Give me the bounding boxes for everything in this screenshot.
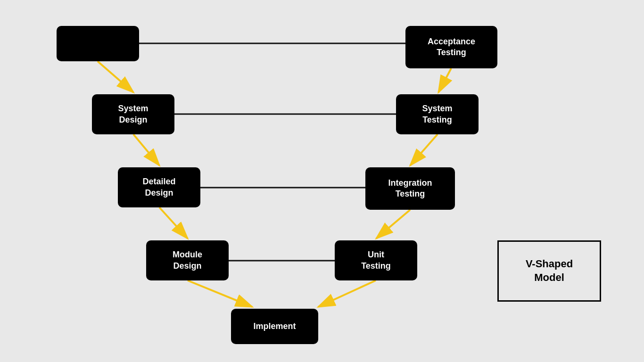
integration-testing-label: IntegrationTesting bbox=[388, 178, 432, 200]
unit-testing-node: UnitTesting bbox=[335, 240, 417, 280]
system-design-label: SystemDesign bbox=[118, 103, 148, 125]
svg-line-8 bbox=[318, 280, 376, 307]
svg-line-1 bbox=[98, 61, 133, 92]
system-testing-label: SystemTesting bbox=[422, 103, 452, 125]
legend-box: V-ShapedModel bbox=[497, 240, 601, 302]
unit-testing-label: UnitTesting bbox=[361, 249, 391, 272]
svg-line-4 bbox=[410, 134, 438, 165]
implement-label: Implement bbox=[253, 321, 296, 332]
implement-node: Implement bbox=[231, 309, 318, 344]
module-design-node: ModuleDesign bbox=[146, 240, 229, 280]
acceptance-testing-node: AcceptanceTesting bbox=[405, 26, 497, 68]
analysis-node bbox=[57, 26, 139, 61]
svg-line-2 bbox=[438, 68, 451, 92]
svg-line-5 bbox=[159, 207, 188, 239]
svg-line-7 bbox=[188, 280, 252, 307]
integration-testing-node: IntegrationTesting bbox=[365, 167, 455, 210]
module-design-label: ModuleDesign bbox=[173, 249, 202, 272]
detailed-design-label: DetailedDesign bbox=[142, 176, 175, 198]
legend-label: V-ShapedModel bbox=[526, 257, 573, 284]
svg-line-3 bbox=[133, 134, 159, 165]
system-testing-node: SystemTesting bbox=[396, 94, 479, 134]
system-design-node: SystemDesign bbox=[92, 94, 174, 134]
detailed-design-node: DetailedDesign bbox=[118, 167, 200, 207]
svg-line-6 bbox=[376, 210, 410, 239]
diagram-container: AcceptanceTesting SystemDesign SystemTes… bbox=[0, 0, 644, 362]
acceptance-testing-label: AcceptanceTesting bbox=[428, 36, 475, 58]
